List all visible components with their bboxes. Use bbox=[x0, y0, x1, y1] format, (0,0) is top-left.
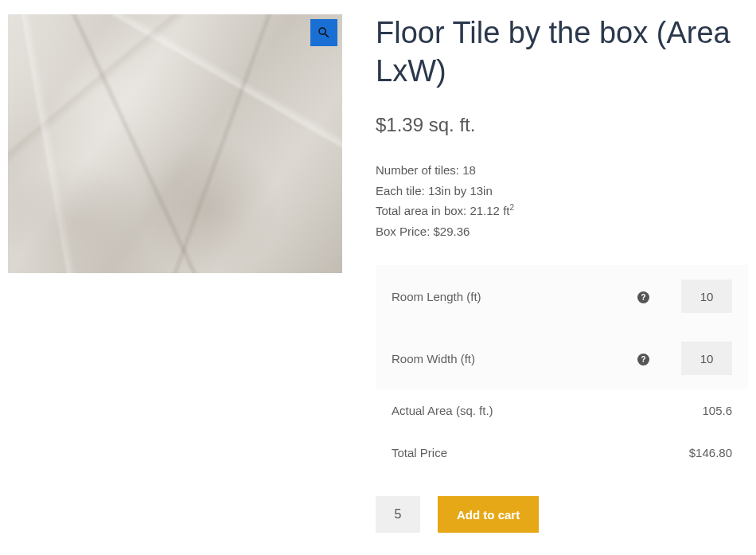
product-title: Floor Tile by the box (Area LxW) bbox=[376, 14, 748, 90]
row-actual-area: Actual Area (sq. ft.) 105.6 bbox=[376, 389, 748, 432]
row-total-price: Total Price $146.80 bbox=[376, 432, 748, 474]
help-icon[interactable]: ? bbox=[637, 354, 649, 365]
details-column: Floor Tile by the box (Area LxW) $1.39 s… bbox=[376, 14, 748, 533]
width-label: Room Width (ft) bbox=[376, 327, 622, 389]
spec-total-area: Total area in box: 21.12 ft2 bbox=[376, 201, 748, 221]
calculator-table: Room Length (ft) ? Room Width (ft) ? Act… bbox=[376, 265, 748, 474]
cart-row: Add to cart bbox=[376, 496, 748, 533]
actual-area-value: 105.6 bbox=[665, 389, 748, 432]
row-width: Room Width (ft) ? bbox=[376, 327, 748, 389]
total-price-label: Total Price bbox=[376, 432, 622, 474]
add-to-cart-button[interactable]: Add to cart bbox=[438, 496, 539, 533]
price-per-unit: $1.39 sq. ft. bbox=[376, 114, 748, 136]
actual-area-label: Actual Area (sq. ft.) bbox=[376, 389, 622, 432]
help-icon[interactable]: ? bbox=[637, 291, 649, 303]
width-input[interactable] bbox=[681, 342, 732, 375]
spec-box-price: Box Price: $29.36 bbox=[376, 221, 748, 242]
product-layout: Floor Tile by the box (Area LxW) $1.39 s… bbox=[8, 14, 748, 533]
total-price-value: $146.80 bbox=[665, 432, 748, 474]
quantity-input[interactable] bbox=[376, 496, 420, 533]
row-length: Room Length (ft) ? bbox=[376, 265, 748, 327]
product-image[interactable] bbox=[8, 14, 342, 273]
image-column bbox=[8, 14, 342, 533]
zoom-button[interactable] bbox=[310, 19, 337, 46]
length-input[interactable] bbox=[681, 279, 732, 313]
spec-tiles: Number of tiles: 18 bbox=[376, 160, 748, 181]
spec-block: Number of tiles: 18 Each tile: 13in by 1… bbox=[376, 160, 748, 241]
spec-each-tile: Each tile: 13in by 13in bbox=[376, 181, 748, 201]
magnifier-icon bbox=[317, 25, 331, 40]
length-label: Room Length (ft) bbox=[376, 265, 622, 327]
